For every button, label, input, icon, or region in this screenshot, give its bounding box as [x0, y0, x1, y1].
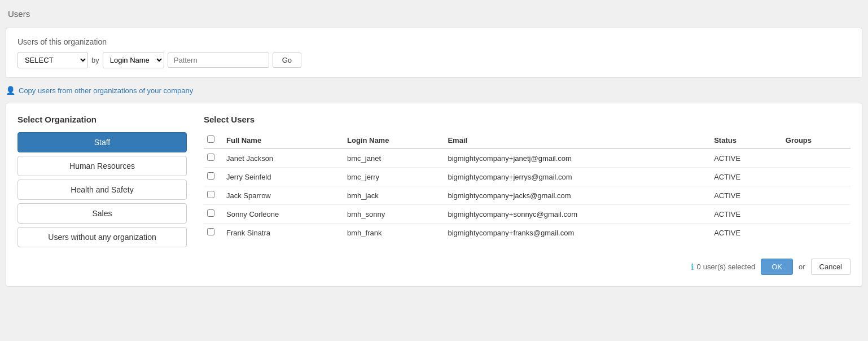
page-wrapper: Users Users of this organization SELECT … [0, 0, 868, 341]
top-card-label: Users of this organization [17, 37, 851, 46]
selected-label: user(s) selected [703, 263, 755, 271]
table-row: Frank Sinatra bmh_frank bigmightycompany… [204, 224, 851, 242]
org-panel: Select Organization Staff Human Resource… [17, 115, 187, 275]
org-btn-users-without-org[interactable]: Users without any organization [17, 227, 187, 247]
org-btn-sales[interactable]: Sales [17, 203, 187, 224]
row-checkbox-cell [204, 148, 221, 168]
cell-full-name: Jack Sparrow [221, 186, 341, 205]
cell-login-name: bmc_jerry [341, 168, 442, 186]
users-panel-title: Select Users [204, 115, 851, 124]
cell-email: bigmightycompany+jacks@gmail.com [442, 186, 708, 205]
cell-status: ACTIVE [708, 168, 780, 186]
row-checkbox[interactable] [207, 172, 214, 180]
cell-full-name: Sonny Corleone [221, 205, 341, 224]
cell-groups [780, 148, 851, 168]
cell-email: bigmightycompany+janetj@gmail.com [442, 148, 708, 168]
col-status: Status [708, 132, 780, 148]
or-label: or [799, 263, 805, 271]
row-checkbox-cell [204, 186, 221, 205]
row-checkbox-cell [204, 224, 221, 242]
cell-groups [780, 186, 851, 205]
table-row: Jerry Seinfeld bmc_jerry bigmightycompan… [204, 168, 851, 186]
by-label: by [91, 56, 99, 64]
cell-full-name: Janet Jackson [221, 148, 341, 168]
copy-users-label: Copy users from other organizations of y… [19, 86, 193, 95]
selected-count-text: ℹ 0 user(s) selected [691, 262, 755, 272]
cell-login-name: bmh_frank [341, 224, 442, 242]
row-checkbox-cell [204, 205, 221, 224]
col-email: Email [442, 132, 708, 148]
col-full-name: Full Name [221, 132, 341, 148]
cell-login-name: bmh_sonny [341, 205, 442, 224]
table-row: Jack Sparrow bmh_jack bigmightycompany+j… [204, 186, 851, 205]
cell-groups [780, 205, 851, 224]
org-panel-title: Select Organization [17, 115, 187, 124]
by-field-select[interactable]: Login Name Full Name Email [103, 52, 164, 68]
row-checkbox-cell [204, 168, 221, 186]
cell-groups [780, 224, 851, 242]
cell-login-name: bmh_jack [341, 186, 442, 205]
cell-email: bigmightycompany+sonnyc@gmail.com [442, 205, 708, 224]
row-checkbox[interactable] [207, 191, 214, 198]
cell-status: ACTIVE [708, 186, 780, 205]
cell-login-name: bmc_janet [341, 148, 442, 168]
row-checkbox[interactable] [207, 154, 214, 161]
cell-status: ACTIVE [708, 224, 780, 242]
org-btn-staff[interactable]: Staff [17, 132, 187, 152]
table-row: Sonny Corleone bmh_sonny bigmightycompan… [204, 205, 851, 224]
copy-users-link[interactable]: 👤 Copy users from other organizations of… [6, 86, 862, 95]
top-card: Users of this organization SELECT CONTAI… [6, 28, 862, 78]
org-btn-human-resources[interactable]: Human Resources [17, 156, 187, 176]
cell-groups [780, 168, 851, 186]
table-header-row: Full Name Login Name Email Status Groups [204, 132, 851, 148]
copy-icon: 👤 [6, 86, 15, 95]
org-btn-health-and-safety[interactable]: Health and Safety [17, 180, 187, 200]
row-checkbox[interactable] [207, 228, 214, 235]
col-groups: Groups [780, 132, 851, 148]
cell-email: bigmightycompany+jerrys@gmail.com [442, 168, 708, 186]
users-table: Full Name Login Name Email Status Groups… [204, 132, 851, 242]
row-checkbox[interactable] [207, 209, 214, 217]
cell-full-name: Jerry Seinfeld [221, 168, 341, 186]
selected-number: 0 [696, 263, 700, 271]
ok-button[interactable]: OK [761, 259, 793, 275]
page-title: Users [6, 6, 862, 22]
main-content: Select Organization Staff Human Resource… [17, 115, 851, 275]
cell-status: ACTIVE [708, 205, 780, 224]
go-button[interactable]: Go [273, 53, 301, 68]
select-filter[interactable]: SELECT CONTAINS STARTS WITH ENDS WITH [17, 52, 88, 68]
info-icon: ℹ [691, 262, 694, 272]
pattern-input[interactable] [168, 53, 269, 68]
col-login-name: Login Name [341, 132, 442, 148]
header-checkbox-col [204, 132, 221, 148]
footer-bar: ℹ 0 user(s) selected OK or Cancel [204, 253, 851, 275]
cell-full-name: Frank Sinatra [221, 224, 341, 242]
users-panel: Select Users Full Name Login Name Email … [204, 115, 851, 275]
cancel-button[interactable]: Cancel [811, 259, 851, 275]
cell-status: ACTIVE [708, 148, 780, 168]
filter-row: SELECT CONTAINS STARTS WITH ENDS WITH by… [17, 52, 851, 68]
main-card: Select Organization Staff Human Resource… [6, 103, 862, 287]
select-all-checkbox[interactable] [207, 135, 214, 143]
table-row: Janet Jackson bmc_janet bigmightycompany… [204, 148, 851, 168]
cell-email: bigmightycompany+franks@gmail.com [442, 224, 708, 242]
